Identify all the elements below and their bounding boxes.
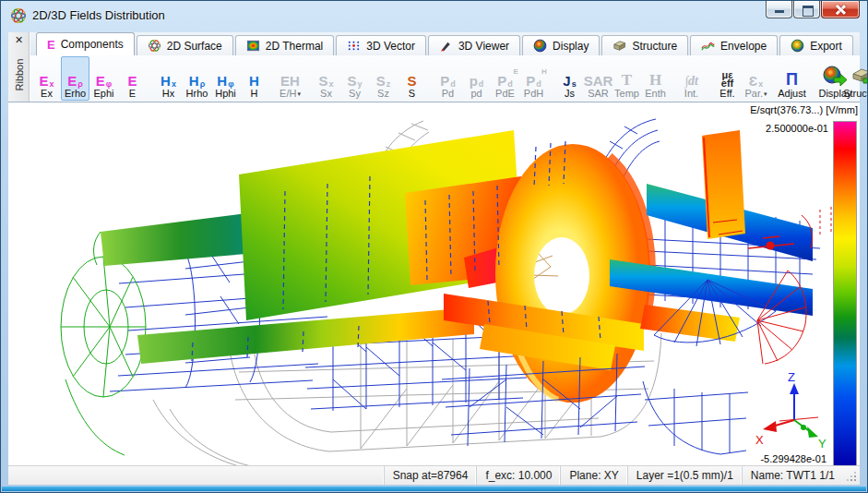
tab-2d-thermal[interactable]: 2D Thermal [235,35,334,55]
mesh-wave-icon [701,39,715,53]
tab-3d-vector[interactable]: 3D Vector [336,35,426,55]
rainbow-sphere-icon [533,39,547,53]
viewport-3d[interactable]: Z X Y E/sqrt(376.73...) [V/mm] 2.500000e… [8,102,860,467]
button-sx[interactable]: Sx Sx [312,56,340,101]
button-eff[interactable]: μεeff Eff. [713,56,742,101]
app-window: 2D/3D Fields Distribution ✕ Ribbon E Com… [0,0,868,493]
colorbar [833,121,857,466]
minimize-button[interactable] [766,1,792,18]
button-sar[interactable]: SAR SAR [584,56,612,101]
export-sphere-icon [791,39,804,53]
tab-structure[interactable]: Structure [601,35,688,55]
status-fexc: f_exc: 10.000 [476,466,560,485]
model-3d-scene: Z X Y [8,102,860,467]
tab-envelope[interactable]: Envelope [690,35,778,55]
ribbon-panel-label: Ribbon [14,70,25,91]
button-structure[interactable]: Structure [850,56,868,101]
button-adjust[interactable]: Π Adjust [778,56,806,101]
button-erho[interactable]: Eρ Erho [61,56,89,101]
button-ex[interactable]: Ex Ex [32,56,61,101]
button-h[interactable]: H H [240,56,268,101]
button-hx[interactable]: Hx Hx [154,56,183,101]
colorbar-max-label: 2.500000e-01 [766,123,828,134]
ribbon-tab-row: E Components 2D Surface 2D Thermal [30,32,860,55]
axis-label-x: X [755,433,764,447]
button-s[interactable]: S S [398,56,426,101]
button-js[interactable]: Js Js [555,56,584,101]
thermal-map-icon [246,39,260,53]
maximize-button[interactable] [793,1,820,18]
button-sy[interactable]: Sy Sy [340,56,369,101]
mesh-sphere-icon [148,39,161,53]
axis-triad: Z X Y [755,370,826,451]
colorbar-min-label: -5.299428e-01 [760,453,826,464]
tab-export[interactable]: Export [779,35,853,55]
vector-field-icon [347,39,361,53]
dropdown-arrow-icon: ▾ [297,88,301,100]
tab-2d-surface[interactable]: 2D Surface [137,35,233,55]
pen-icon [439,39,453,53]
status-snap: Snap at=87964 [384,466,477,485]
ribbon: ✕ Ribbon E Components 2D Surface [8,32,860,102]
button-e-over-h[interactable]: EH E/H▾ [276,56,304,101]
window-title: 2D/3D Fields Distribution [32,8,165,22]
resize-grip[interactable] [845,470,857,482]
button-e[interactable]: E E [118,56,147,101]
ribbon-toolbar: Ex Ex Eρ Erho Eφ Ephi E E Hx Hx Hρ [30,55,860,102]
button-ephi[interactable]: Eφ Ephi [89,56,118,101]
dropdown-arrow-icon: ▾ [764,88,767,100]
button-pde[interactable]: PdE PdE [491,56,519,101]
button-sz[interactable]: Sz Sz [369,56,398,101]
status-layer: Layer =1(0.5 mm)/1 [627,466,742,485]
tab-display[interactable]: Display [522,35,600,55]
button-par[interactable]: Ɛx Par.▾ [742,56,770,101]
display-sphere-icon [823,66,848,88]
ribbon-side-strip: ✕ Ribbon [8,32,30,102]
titlebar[interactable]: 2D/3D Fields Distribution [1,1,867,31]
structure-block-icon [851,66,868,88]
status-name: Name: TWT1 1/1 [742,466,843,485]
button-hphi[interactable]: Hφ Hphi [211,56,240,101]
e-field-icon: E [47,38,55,52]
tab-components[interactable]: E Components [36,32,135,55]
button-pd-lower[interactable]: pd pd [462,56,491,101]
wireframe-green [61,232,146,455]
button-enth[interactable]: H Enth [641,56,670,101]
colorbar-title: E/sqrt(376.73...) [V/mm] [750,104,858,115]
ribbon-close-icon[interactable]: ✕ [8,34,30,51]
statusbar: Snap at=87964 f_exc: 10.000 Plane: XY La… [8,465,860,485]
button-int[interactable]: ∫dt Int. [677,56,706,101]
tab-3d-viewer[interactable]: 3D Viewer [428,35,520,55]
axis-label-y: Y [818,437,826,451]
block-icon [612,39,626,53]
status-plane: Plane: XY [560,466,626,485]
close-button[interactable] [821,1,860,18]
app-icon [10,7,27,24]
button-pd[interactable]: Pd Pd [434,56,462,101]
button-hrho[interactable]: Hρ Hrho [183,56,211,101]
button-temp[interactable]: T Temp [612,56,641,101]
axis-label-z: Z [788,370,795,384]
button-pdh[interactable]: PdH PdH [519,56,548,101]
